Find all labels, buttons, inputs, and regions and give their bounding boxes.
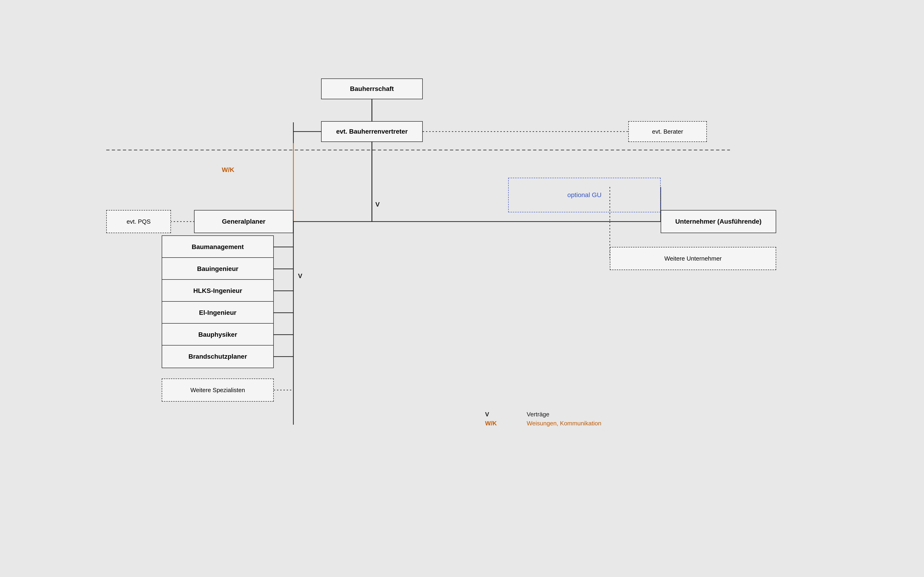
bauherrschaft-box: Bauherrschaft — [321, 79, 423, 99]
v-label-1: V — [375, 201, 380, 208]
bauherrenvertreter-label: evt. Bauherrenvertreter — [336, 128, 408, 135]
bauingenieur-label: Bauingenieur — [197, 265, 238, 272]
legend: V Verträge W/K Weisungen, Kommunikation — [485, 411, 601, 429]
berater-box: evt. Berater — [628, 121, 707, 142]
legend-wk-key: W/K — [485, 420, 513, 427]
weitere-unternehmer-box: Weitere Unternehmer — [610, 247, 776, 270]
baumanagement-box: Baumanagement — [162, 235, 274, 258]
legend-v-key: V — [485, 411, 513, 418]
legend-wk: W/K Weisungen, Kommunikation — [485, 420, 601, 427]
bauherrschaft-label: Bauherrschaft — [350, 85, 394, 93]
wk-label: W/K — [222, 166, 234, 174]
weitere-spezialisten-box: Weitere Spezialisten — [162, 379, 274, 401]
brandschutz-label: Brandschutzplaner — [189, 353, 247, 360]
brandschutz-box: Brandschutzplaner — [162, 345, 274, 368]
hlks-label: HLKS-Ingenieur — [193, 287, 242, 295]
v-label-2: V — [298, 272, 302, 280]
berater-label: evt. Berater — [652, 128, 683, 135]
legend-v-val: Verträge — [527, 411, 549, 418]
unternehmer-box: Unternehmer (Ausführende) — [661, 210, 776, 233]
evt-pqs-label: evt. PQS — [127, 218, 150, 225]
generalplaner-label: Generalplaner — [222, 218, 265, 225]
bauingenieur-box: Bauingenieur — [162, 257, 274, 280]
bauphysiker-label: Bauphysiker — [198, 331, 237, 338]
weitere-spezialisten-label: Weitere Spezialisten — [191, 387, 245, 394]
baumanagement-label: Baumanagement — [192, 243, 244, 251]
bauherrenvertreter-box: evt. Bauherrenvertreter — [321, 121, 423, 142]
optional-gu-label: optional GU — [567, 191, 601, 199]
unternehmer-label: Unternehmer (Ausführende) — [675, 218, 761, 225]
evt-pqs-box: evt. PQS — [106, 210, 171, 233]
el-ingenieur-label: El-Ingenieur — [199, 309, 237, 316]
legend-v: V Verträge — [485, 411, 601, 418]
el-ingenieur-box: El-Ingenieur — [162, 301, 274, 324]
diagram-container: Bauherrschaft evt. Bauherrenvertreter ev… — [0, 0, 924, 577]
weitere-unternehmer-label: Weitere Unternehmer — [664, 255, 722, 262]
optional-gu-box: optional GU — [508, 178, 661, 212]
legend-wk-val: Weisungen, Kommunikation — [527, 420, 601, 427]
bauphysiker-box: Bauphysiker — [162, 323, 274, 346]
diagram-lines — [0, 0, 924, 577]
hlks-box: HLKS-Ingenieur — [162, 279, 274, 302]
generalplaner-box: Generalplaner — [194, 210, 293, 233]
